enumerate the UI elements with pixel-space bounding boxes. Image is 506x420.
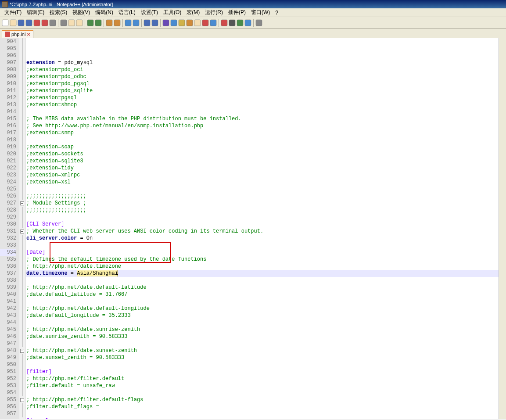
wordwrap-icon[interactable] [162, 19, 169, 26]
code-line[interactable]: ;extension=pdo_odbc [26, 73, 499, 80]
monitor-icon[interactable] [255, 19, 262, 26]
code-line[interactable]: ; http://php.net/filter.default-flags [26, 396, 499, 403]
all-chars-icon[interactable] [170, 19, 177, 26]
fold-toggle[interactable]: − [20, 230, 24, 233]
fold-toggle[interactable]: − [20, 398, 24, 402]
code-line[interactable]: ; Module Settings ; [26, 200, 499, 207]
code-line[interactable] [26, 277, 499, 284]
copy-icon[interactable] [68, 19, 75, 26]
code-line[interactable]: ;extension=tidy [26, 165, 499, 172]
zoom-in-icon[interactable] [125, 19, 132, 26]
print-icon[interactable] [49, 19, 56, 26]
code-line[interactable]: ;extension=xmlrpc [26, 172, 499, 179]
code-line[interactable]: ; http://php.net/filter.default [26, 375, 499, 382]
code-line[interactable]: ;;;;;;;;;;;;;;;;;;; [26, 193, 499, 200]
menu-f[interactable]: 文件(F) [2, 8, 24, 17]
code-line[interactable]: ;extension=pdo_pgsql [26, 80, 499, 87]
lang-icon[interactable] [186, 19, 193, 26]
code-line[interactable]: ; http://php.net/date.default-longitude [26, 305, 499, 312]
menu-w[interactable]: 窗口(W) [248, 8, 273, 17]
menu-s[interactable]: 搜索(S) [47, 8, 70, 17]
code-line[interactable]: ;extension=sqlite3 [26, 158, 499, 165]
code-line[interactable] [26, 340, 499, 347]
code-line[interactable] [26, 319, 499, 326]
open-icon[interactable] [10, 19, 17, 26]
menu-v[interactable]: 视图(V) [70, 8, 93, 17]
code-line[interactable]: ;date.sunrise_zenith = 90.583333 [26, 333, 499, 340]
code-line[interactable]: ;extension=pdo_oci [26, 66, 499, 73]
code-line[interactable] [26, 361, 499, 368]
code-line[interactable]: ; http://php.net/date.default-latitude [26, 284, 499, 291]
code-line[interactable] [26, 389, 499, 396]
code-line[interactable]: ;extension=pdo_sqlite [26, 87, 499, 94]
redo-icon[interactable] [95, 19, 102, 26]
code-line[interactable] [26, 242, 499, 249]
replace-icon[interactable] [114, 19, 121, 26]
menu-l[interactable]: 语言(L) [116, 8, 138, 17]
sync-h-icon[interactable] [151, 19, 158, 26]
close-icon[interactable] [33, 19, 40, 26]
cut-icon[interactable] [60, 19, 67, 26]
code-line[interactable]: [filter] [26, 368, 499, 375]
menu-r[interactable]: 运行(R) [202, 8, 226, 17]
menu-[interactable]: ? [273, 9, 281, 17]
fold-toggle[interactable]: − [20, 349, 24, 353]
tab-php-ini[interactable]: php.ini ✕ [2, 30, 33, 38]
close-all-icon[interactable] [41, 19, 48, 26]
find-icon[interactable] [106, 19, 113, 26]
vertical-scrollbar[interactable] [499, 38, 506, 419]
menu-n[interactable]: 编码(N) [93, 8, 116, 17]
code-line[interactable]: ;extension=shmop [26, 101, 499, 108]
zoom-out-icon[interactable] [133, 19, 140, 26]
code-line[interactable] [26, 186, 499, 193]
code-line[interactable]: ; http://php.net/date.timezone [26, 263, 499, 270]
code-line[interactable]: ;extension=xsl [26, 179, 499, 186]
code-line[interactable]: cli_server.color = On [26, 235, 499, 242]
code-line[interactable] [26, 214, 499, 221]
code-line[interactable]: [iconv] [26, 417, 499, 419]
undo-icon[interactable] [87, 19, 94, 26]
code-line[interactable]: ; The MIBS data available in the PHP dis… [26, 115, 499, 122]
code-line[interactable] [26, 136, 499, 144]
macro-rec-icon[interactable] [221, 19, 228, 26]
macro-multi-icon[interactable] [244, 19, 251, 26]
code-line[interactable]: ;;;;;;;;;;;;;;;;;;; [26, 207, 499, 214]
code-line[interactable]: ; http://php.net/date.sunset-zenith [26, 347, 499, 354]
folder-icon[interactable] [194, 19, 201, 26]
code-line[interactable]: ;extension=pgsql [26, 94, 499, 101]
code-line[interactable]: ;date.default_longitude = 35.2333 [26, 312, 499, 319]
code-line[interactable]: ; Defines the default timezone used by t… [26, 256, 499, 263]
menu-t[interactable]: 设置(T) [138, 8, 161, 17]
menu-p[interactable]: 插件(P) [226, 8, 248, 17]
code-line[interactable]: ;filter.default = unsafe_raw [26, 382, 499, 389]
menu-e[interactable]: 编辑(E) [24, 8, 47, 17]
save-icon[interactable] [18, 19, 25, 26]
menu-o[interactable]: 工具(O) [161, 8, 184, 17]
fold-column[interactable]: −−−− [19, 38, 25, 419]
code-line[interactable]: [Date] [26, 249, 499, 256]
doc-map-icon[interactable] [202, 19, 209, 26]
func-list-icon[interactable] [210, 19, 217, 26]
code-area[interactable]: extension = pdo_mysql;extension=pdo_oci;… [25, 38, 499, 419]
menu-m[interactable]: 宏(M) [184, 8, 202, 17]
macro-play-icon[interactable] [237, 19, 244, 26]
code-line[interactable]: ;extension=soap [26, 144, 499, 151]
macro-stop-icon[interactable] [229, 19, 236, 26]
code-line[interactable]: [CLI Server] [26, 221, 499, 228]
code-line[interactable] [26, 410, 499, 417]
close-icon[interactable]: ✕ [27, 32, 30, 37]
new-icon[interactable] [2, 19, 9, 26]
indent-guide-icon[interactable] [178, 19, 185, 26]
code-line[interactable] [26, 108, 499, 115]
code-line[interactable]: ;extension=snmp [26, 129, 499, 136]
code-line[interactable]: ; See http://www.php.net/manual/en/snmp.… [26, 122, 499, 129]
save-all-icon[interactable] [25, 19, 32, 26]
code-line[interactable]: ;filter.default_flags = [26, 403, 499, 410]
code-line[interactable]: ; Whether the CLI web server uses ANSI c… [26, 228, 499, 235]
sync-v-icon[interactable] [144, 19, 151, 26]
code-line[interactable] [26, 298, 499, 305]
code-line[interactable]: ;date.default_latitude = 31.7667 [26, 291, 499, 298]
editor-area[interactable]: 9049059069079089099109119129139149159169… [0, 38, 506, 419]
code-line[interactable]: ;date.sunset_zenith = 90.583333 [26, 354, 499, 361]
paste-icon[interactable] [76, 19, 83, 26]
